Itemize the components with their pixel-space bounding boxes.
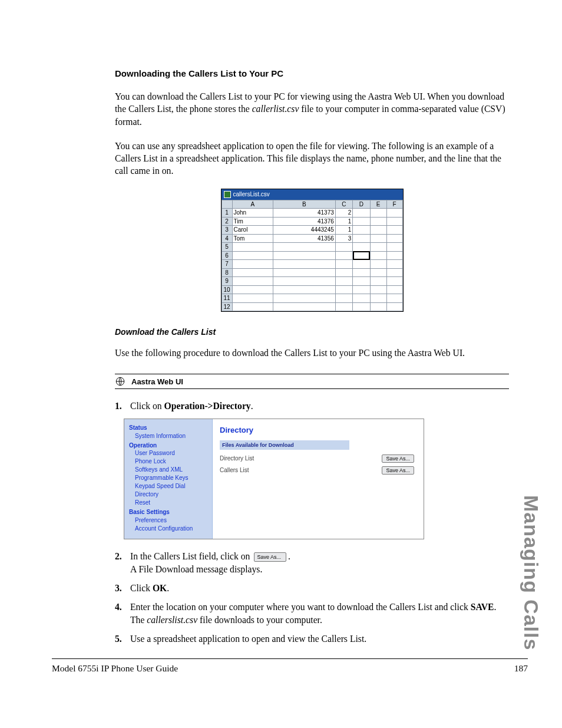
webui-nav: Status System Information Operation User… <box>124 419 213 539</box>
cell: 1 <box>335 226 352 235</box>
step-number: 1. <box>115 400 125 413</box>
row-num: 1 <box>222 209 232 218</box>
row-num: 7 <box>222 260 232 269</box>
spreadsheet-titlebar: callersList.csv <box>222 189 403 200</box>
nav-softkeys-xml[interactable]: Softkeys and XML <box>129 466 207 474</box>
nav-phone-lock[interactable]: Phone Lock <box>129 457 207 466</box>
nav-header-basic-settings: Basic Settings <box>129 508 207 516</box>
nav-reset[interactable]: Reset <box>129 499 207 507</box>
webui-main: Directory Files Available for Download D… <box>213 419 424 539</box>
col-header: A <box>232 200 273 209</box>
cell: 41373 <box>273 209 336 218</box>
filename-italic: callerslist.csv <box>147 615 197 625</box>
text: . <box>494 602 497 612</box>
row-num: 9 <box>222 277 232 286</box>
page-footer: Model 6755i IP Phone User Guide 187 <box>52 658 528 675</box>
nav-keypad-speed-dial[interactable]: Keypad Speed Dial <box>129 482 207 490</box>
nav-header-status: Status <box>129 424 207 432</box>
text: Click on <box>130 401 164 411</box>
nav-preferences[interactable]: Preferences <box>129 516 207 525</box>
cell: 4443245 <box>273 226 336 235</box>
panel-title: Directory <box>220 425 416 436</box>
bold-path: Operation->Directory <box>164 401 251 411</box>
spreadsheet-grid: A B C D E F 1John413732 2Tim413761 3Caro… <box>222 200 403 312</box>
footer-page-number: 187 <box>514 663 528 675</box>
paragraph-procedure: Use the following procedure to download … <box>115 347 509 359</box>
col-header: E <box>370 200 386 209</box>
row-num: 5 <box>222 243 232 252</box>
nav-account-configuration[interactable]: Account Configuration <box>129 525 207 533</box>
row-num: 12 <box>222 302 232 311</box>
label-directory-list: Directory List <box>220 454 254 463</box>
nav-programmable-keys[interactable]: Programmable Keys <box>129 474 207 482</box>
text: Use a spreadsheet application to open an… <box>130 633 366 645</box>
step-2: 2. In the Callers List field, click on S… <box>115 550 509 576</box>
heading-download-to-pc: Downloading the Callers List to Your PC <box>115 68 509 80</box>
col-header: C <box>335 200 352 209</box>
row-callers-list: Callers List Save As... <box>220 466 414 475</box>
text: file downloads to your computer. <box>197 615 322 625</box>
step-number: 3. <box>115 582 125 595</box>
cell: 41356 <box>273 234 336 243</box>
step-number: 4. <box>115 601 125 627</box>
bold-ok: OK <box>153 583 167 593</box>
row-num: 6 <box>222 251 232 260</box>
cell: Tom <box>232 234 273 243</box>
webui-label: Aastra Web UI <box>131 377 183 387</box>
bold-save: SAVE <box>471 602 494 612</box>
cell: 41376 <box>273 217 336 226</box>
panel-section-header: Files Available for Download <box>220 440 349 450</box>
step-3: 3. Click OK. <box>115 582 509 595</box>
text: . <box>167 583 169 593</box>
row-num: 10 <box>222 285 232 294</box>
col-header: B <box>273 200 336 209</box>
corner-cell <box>222 200 232 209</box>
globe-icon <box>115 376 125 387</box>
spreadsheet-filename: callersList.csv <box>233 190 270 199</box>
active-cell <box>353 251 370 260</box>
nav-system-information[interactable]: System Information <box>129 432 207 440</box>
text: Click <box>130 583 153 593</box>
nav-user-password[interactable]: User Password <box>129 449 207 457</box>
row-num: 3 <box>222 226 232 235</box>
step-4: 4. Enter the location on your computer w… <box>115 601 509 627</box>
webui-banner: Aastra Web UI <box>115 374 509 389</box>
cell: John <box>232 209 273 218</box>
row-directory-list: Directory List Save As... <box>220 454 414 463</box>
paragraph-example: You can use any spreadsheet application … <box>115 140 509 177</box>
step-1: 1. Click on Operation->Directory. <box>115 400 509 413</box>
text: . <box>251 401 253 411</box>
label-callers-list: Callers List <box>220 466 249 475</box>
cell: 3 <box>335 234 352 243</box>
side-tab-managing-calls: Managing Calls <box>517 495 544 650</box>
step-number: 5. <box>115 633 125 645</box>
row-num: 11 <box>222 294 232 303</box>
nav-directory[interactable]: Directory <box>129 490 207 499</box>
text: . <box>288 551 290 561</box>
cell: Tim <box>232 217 273 226</box>
save-as-button-directory[interactable]: Save As... <box>382 454 414 463</box>
text: Enter the location on your computer wher… <box>130 602 471 612</box>
row-num: 8 <box>222 268 232 277</box>
cell: 2 <box>335 209 352 218</box>
cell: Carol <box>232 226 273 235</box>
webui-panel: Status System Information Operation User… <box>124 419 424 539</box>
excel-icon <box>224 191 231 198</box>
footer-left: Model 6755i IP Phone User Guide <box>52 663 178 675</box>
save-as-inline-button[interactable]: Save As... <box>254 552 286 562</box>
spreadsheet-figure: callersList.csv A B C D E F 1John413732 … <box>221 189 404 312</box>
step-number: 2. <box>115 550 125 576</box>
col-header: D <box>353 200 370 209</box>
filename-italic: callerlist.csv <box>252 104 299 114</box>
heading-download-procedure: Download the Callers List <box>115 327 509 338</box>
row-num: 2 <box>222 217 232 226</box>
save-as-button-callers[interactable]: Save As... <box>382 466 414 475</box>
text: In the Callers List field, click on <box>130 551 252 561</box>
nav-header-operation: Operation <box>129 442 207 450</box>
row-num: 4 <box>222 234 232 243</box>
cell: 1 <box>335 217 352 226</box>
col-header: F <box>386 200 402 209</box>
step-5: 5. Use a spreadsheet application to open… <box>115 633 509 645</box>
text: A File Download message displays. <box>130 564 262 574</box>
text: The <box>130 615 147 625</box>
